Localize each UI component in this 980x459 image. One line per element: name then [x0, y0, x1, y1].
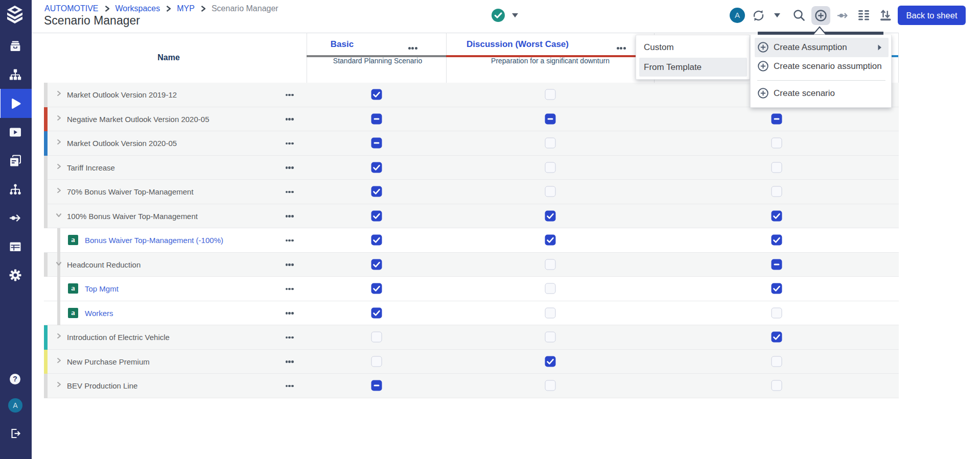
svg-text:?: ? — [13, 375, 17, 383]
